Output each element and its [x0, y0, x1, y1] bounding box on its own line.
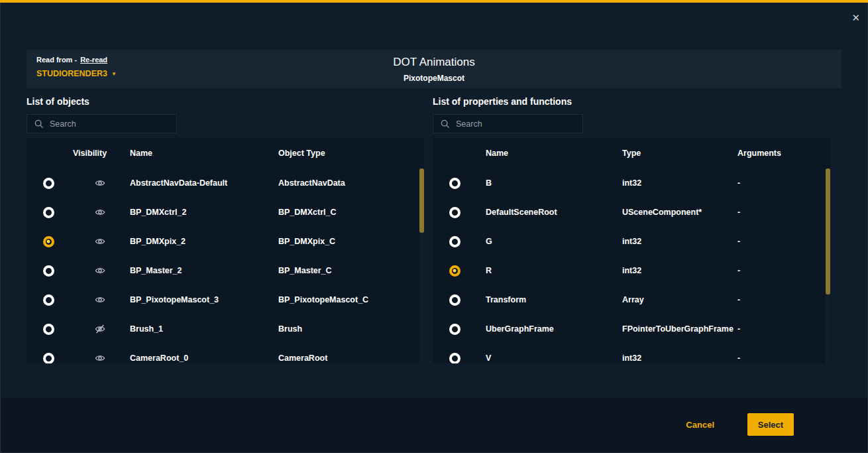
table-row[interactable]: BP_DMXpix_2 BP_DMXpix_C: [27, 227, 424, 256]
properties-search-input[interactable]: [456, 115, 582, 133]
objects-table-body: AbstractNavData-Default AbstractNavData …: [27, 168, 424, 363]
table-row[interactable]: CameraRoot_0 CameraRoot: [27, 344, 424, 363]
table-row[interactable]: DefaultSceneRoot USceneComponent* -: [433, 198, 830, 227]
property-arguments: -: [728, 295, 830, 304]
property-type: int32: [613, 237, 728, 246]
property-name: Transform: [476, 295, 613, 304]
object-name: BP_DMXctrl_2: [130, 208, 278, 217]
object-name: BP_PixotopeMascot_3: [130, 295, 278, 304]
property-name: B: [476, 178, 613, 188]
source-selector[interactable]: STUDIORENDER3 ▼: [36, 69, 117, 78]
properties-table-header: Name Type Arguments: [433, 138, 830, 168]
visibility-off-icon[interactable]: [95, 324, 105, 334]
dialog-footer: Cancel Select: [686, 413, 794, 436]
column-header-type: Type: [613, 149, 728, 158]
select-radio[interactable]: [449, 324, 461, 335]
select-radio[interactable]: [449, 353, 461, 364]
select-radio[interactable]: [43, 236, 54, 247]
select-radio[interactable]: [43, 324, 54, 335]
object-name: Brush_1: [130, 324, 278, 334]
property-arguments: -: [728, 208, 830, 217]
property-type: USceneComponent*: [613, 208, 728, 217]
cancel-button[interactable]: Cancel: [686, 420, 714, 430]
visibility-on-icon[interactable]: [95, 207, 105, 218]
select-radio[interactable]: [449, 265, 461, 277]
property-arguments: -: [728, 266, 830, 275]
select-button[interactable]: Select: [747, 413, 794, 436]
reread-link[interactable]: Re-read: [80, 56, 107, 64]
property-name: UberGraphFrame: [476, 324, 613, 334]
object-type: BP_DMXctrl_C: [278, 208, 424, 217]
visibility-on-icon[interactable]: [95, 294, 105, 305]
column-header-name: Name: [476, 149, 613, 158]
properties-scrollbar-thumb[interactable]: [826, 168, 830, 294]
select-radio[interactable]: [449, 178, 461, 189]
table-row[interactable]: AbstractNavData-Default AbstractNavData: [27, 168, 424, 198]
property-type: Array: [613, 295, 728, 304]
visibility-on-icon[interactable]: [95, 265, 105, 276]
table-row[interactable]: V int32 -: [433, 344, 830, 363]
object-type: BP_PixotopeMascot_C: [278, 295, 424, 304]
table-row[interactable]: BP_DMXctrl_2 BP_DMXctrl_C: [27, 198, 424, 227]
object-name: AbstractNavData-Default: [130, 178, 278, 188]
properties-table: Name Type Arguments B int32 - DefaultSce…: [433, 138, 830, 363]
object-name: CameraRoot_0: [130, 354, 278, 363]
visibility-on-icon[interactable]: [95, 178, 105, 188]
select-radio[interactable]: [449, 294, 461, 306]
read-from-block: Read from - Re-read STUDIORENDER3 ▼: [36, 56, 117, 78]
object-type: Brush: [278, 324, 424, 334]
table-row[interactable]: Transform Array -: [433, 285, 830, 314]
search-icon: [33, 118, 44, 129]
source-selector-label: STUDIORENDER3: [36, 69, 107, 78]
object-type: CameraRoot: [278, 354, 424, 363]
property-type: int32: [613, 266, 728, 275]
property-name: R: [476, 266, 613, 275]
select-radio[interactable]: [43, 294, 54, 306]
property-type: int32: [613, 178, 728, 188]
dot-animations-dialog: ✕ Read from - Re-read STUDIORENDER3 ▼ DO…: [0, 0, 868, 453]
properties-panel-heading: List of properties and functions: [433, 96, 830, 107]
table-row[interactable]: BP_PixotopeMascot_3 BP_PixotopeMascot_C: [27, 285, 424, 314]
select-radio[interactable]: [43, 265, 54, 277]
property-name: DefaultSceneRoot: [476, 208, 613, 217]
properties-panel: List of properties and functions Name Ty…: [433, 96, 830, 363]
property-name: G: [476, 237, 613, 246]
properties-scrollbar[interactable]: [826, 168, 830, 363]
dialog-subtitle: PixotopeMascot: [393, 74, 474, 83]
search-icon: [439, 118, 451, 129]
select-radio[interactable]: [43, 178, 54, 189]
objects-scrollbar[interactable]: [419, 168, 424, 363]
table-row[interactable]: B int32 -: [433, 168, 830, 198]
visibility-on-icon[interactable]: [95, 236, 105, 247]
top-accent-bar: [0, 0, 868, 3]
column-header-arguments: Arguments: [728, 149, 830, 158]
objects-search-input[interactable]: [50, 115, 176, 133]
property-arguments: -: [728, 354, 830, 363]
read-from-label: Read from -: [36, 56, 77, 64]
table-row[interactable]: BP_Master_2 BP_Master_C: [27, 256, 424, 285]
table-row[interactable]: Brush_1 Brush: [27, 314, 424, 344]
objects-search-box: [27, 114, 177, 133]
select-radio[interactable]: [43, 353, 54, 364]
objects-table: Visibility Name Object Type AbstractNavD…: [27, 138, 424, 363]
dialog-header: Read from - Re-read STUDIORENDER3 ▼ DOT …: [27, 50, 841, 88]
close-icon[interactable]: ✕: [851, 13, 860, 23]
visibility-on-icon[interactable]: [95, 353, 105, 363]
objects-scrollbar-thumb[interactable]: [419, 168, 424, 233]
chevron-down-icon: ▼: [111, 71, 117, 77]
select-radio[interactable]: [449, 236, 461, 247]
objects-panel-heading: List of objects: [27, 96, 424, 107]
table-row[interactable]: UberGraphFrame FPointerToUberGraphFrame …: [433, 314, 830, 344]
object-type: BP_Master_C: [278, 266, 424, 275]
object-type: BP_DMXpix_C: [278, 237, 424, 246]
property-arguments: -: [728, 178, 830, 188]
properties-table-body: B int32 - DefaultSceneRoot USceneCompone…: [433, 168, 830, 363]
dialog-title: DOT Animations: [393, 56, 474, 69]
table-row[interactable]: R int32 -: [433, 256, 830, 285]
select-radio[interactable]: [43, 207, 54, 218]
properties-search-box: [433, 114, 583, 133]
select-radio[interactable]: [449, 207, 461, 218]
object-type: AbstractNavData: [278, 178, 424, 188]
objects-panel: List of objects Visibility Name Object T…: [27, 96, 424, 363]
table-row[interactable]: G int32 -: [433, 227, 830, 256]
